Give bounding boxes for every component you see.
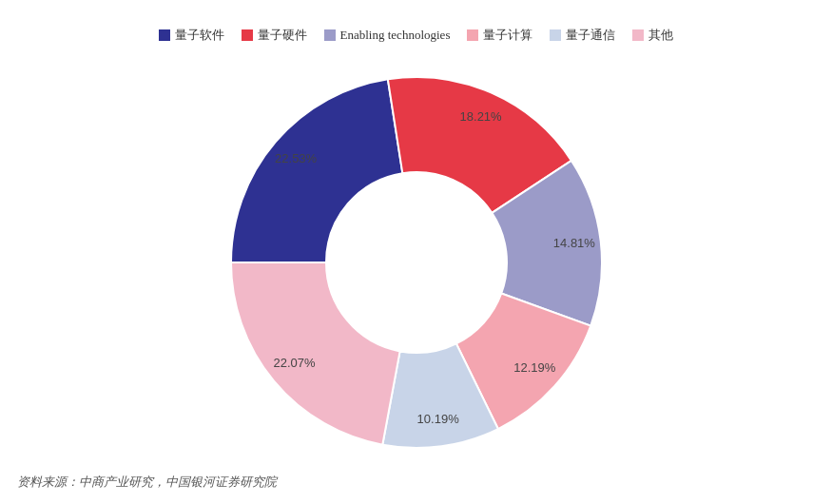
donut-hole (326, 172, 507, 353)
main-container: 量子软件量子硬件Enabling technologies量子计算量子通信其他 … (0, 0, 832, 504)
segment-label: 10.19% (416, 412, 459, 426)
legend-item: 其他 (632, 27, 673, 44)
footer-text: 资料来源：中商产业研究，中国银河证券研究院 (17, 475, 277, 489)
footer-source: 资料来源：中商产业研究，中国银河证券研究院 (17, 474, 277, 491)
segment-label: 14.81% (552, 236, 595, 250)
chart-area: 22.53%18.21%14.81%12.19%10.19%22.07% (0, 63, 832, 462)
legend-label: 量子硬件 (258, 27, 307, 44)
legend-color-box (159, 29, 170, 41)
legend-color-box (324, 29, 336, 41)
donut-chart-svg: 22.53%18.21%14.81%12.19%10.19%22.07% (217, 63, 616, 462)
legend-color-box (242, 29, 253, 41)
legend-label: 量子通信 (566, 27, 615, 44)
legend-label: 其他 (648, 27, 673, 44)
legend-item: 量子软件 (159, 27, 224, 44)
segment-label: 12.19% (513, 360, 556, 375)
segment-label: 22.07% (273, 356, 316, 370)
legend-item: 量子通信 (550, 27, 615, 44)
legend-item: 量子计算 (467, 27, 532, 44)
segment-label: 18.21% (459, 109, 502, 124)
legend-color-box (467, 29, 478, 41)
segment-label: 22.53% (275, 151, 318, 165)
legend-label: 量子计算 (483, 27, 532, 44)
legend-item: 量子硬件 (242, 27, 307, 44)
legend-color-box (550, 29, 561, 41)
legend-label: Enabling technologies (340, 28, 451, 43)
legend-color-box (632, 29, 644, 41)
legend-item: Enabling technologies (324, 28, 451, 43)
chart-legend: 量子软件量子硬件Enabling technologies量子计算量子通信其他 (0, 0, 832, 53)
legend-label: 量子软件 (175, 27, 224, 44)
